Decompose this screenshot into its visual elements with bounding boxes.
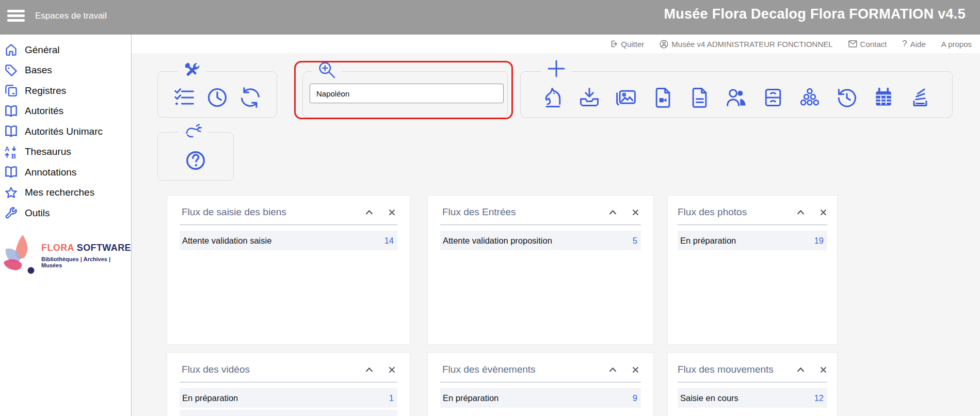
book-open-icon	[3, 124, 19, 138]
close-widget-button[interactable]	[631, 208, 640, 217]
sidebar-item-thesaurus[interactable]: AB Thesaurus	[0, 142, 131, 163]
gesture-icon	[179, 122, 208, 139]
flow-row[interactable]: Attente validation proposition 5	[440, 231, 641, 250]
close-widget-button[interactable]	[388, 365, 396, 374]
hamburger-menu-icon[interactable]	[4, 5, 28, 27]
flow-row[interactable]: En préparation 9	[440, 388, 641, 408]
user-circle-icon	[660, 40, 668, 49]
magnifier-plus-icon	[312, 60, 341, 79]
widget-flux-videos: Flux des vidéos En préparation 1 Attente…	[167, 353, 410, 416]
flow-row-count[interactable]: 1	[389, 393, 394, 403]
sidebar-item-autorites-unimarc[interactable]: Autorités Unimarc	[0, 121, 131, 142]
collapse-widget-button[interactable]	[608, 209, 618, 216]
widget-flux-entrees: Flux des Entrées Attente validation prop…	[427, 195, 654, 345]
sidebar-item-general[interactable]: Général	[0, 40, 131, 60]
wrench-icon	[3, 206, 19, 220]
sidebar-item-mes-recherches[interactable]: Mes recherches	[0, 183, 131, 203]
help-link[interactable]: ? Aide	[902, 39, 926, 49]
cluster-icon[interactable]	[798, 86, 821, 111]
collapse-widget-button[interactable]	[608, 366, 618, 373]
close-widget-button[interactable]	[388, 208, 396, 217]
users-icon[interactable]	[725, 86, 748, 111]
widget-title: Flux des mouvements	[678, 364, 796, 375]
clock-icon[interactable]	[206, 86, 229, 111]
quick-search-input[interactable]	[310, 84, 504, 103]
widget-flux-evenements: Flux des évènements En préparation 9	[427, 353, 654, 416]
utility-bar: Quitter Musée v4 ADMINISTRATEUR FONCTION…	[131, 35, 980, 53]
flow-row-count[interactable]: 12	[814, 393, 824, 403]
collapse-widget-button[interactable]	[796, 366, 806, 373]
stack-icon[interactable]	[909, 86, 931, 111]
file-video-icon[interactable]	[652, 86, 674, 111]
flow-row-label: Attente validation proposition	[443, 236, 633, 246]
brand-flora: FLORA	[41, 243, 74, 253]
sidebar-item-outils[interactable]: Outils	[0, 203, 131, 223]
app-title: Musée Flora Decalog Flora FORMATION v4.5	[664, 6, 966, 22]
flow-row-label: En préparation	[443, 393, 633, 403]
toolbar-group-help	[157, 132, 234, 181]
widget-flux-mouvements: Flux des mouvements Saisie en cours 12	[667, 353, 838, 416]
tag-icon	[3, 63, 19, 77]
brand-software: SOFTWARE	[77, 243, 131, 253]
plus-icon	[541, 58, 571, 79]
close-widget-button[interactable]	[631, 365, 640, 374]
widget-title: Flux des vidéos	[182, 364, 364, 375]
book-open-icon	[3, 104, 19, 118]
close-widget-button[interactable]	[819, 208, 828, 217]
flora-flower-icon	[3, 233, 37, 278]
tools-icon	[178, 60, 206, 79]
flow-row-count[interactable]: 5	[633, 236, 637, 246]
file-text-icon[interactable]	[688, 86, 711, 111]
sidebar-item-bases[interactable]: Bases	[0, 60, 131, 81]
calendar-icon[interactable]	[872, 86, 895, 111]
circle-question-icon[interactable]	[184, 149, 207, 174]
question-mark-icon: ?	[902, 39, 907, 49]
flow-row-count[interactable]: 9	[633, 393, 637, 403]
widget-title: Flux des évènements	[442, 364, 608, 375]
flow-row[interactable]: En préparation 1	[180, 388, 397, 408]
refresh-icon[interactable]	[239, 86, 262, 111]
collapse-widget-button[interactable]	[364, 209, 374, 216]
toolbar-group-create	[520, 71, 953, 118]
widget-flux-photos: Flux des photos En préparation 19	[667, 195, 838, 345]
sort-alpha-icon: AB	[3, 145, 19, 159]
sidebar-item-autorites[interactable]: Autorités	[0, 101, 131, 122]
history-icon[interactable]	[836, 86, 858, 111]
svg-text:A: A	[5, 146, 9, 153]
collapse-widget-button[interactable]	[364, 366, 374, 373]
toolbar-group-search	[302, 71, 508, 118]
home-icon	[3, 43, 19, 57]
widget-title: Flux des photos	[678, 206, 796, 218]
sidebar-item-registres[interactable]: Registres	[0, 81, 131, 101]
sidebar-item-annotations[interactable]: Annotations	[0, 162, 131, 183]
chess-knight-icon[interactable]	[541, 86, 564, 111]
widget-title: Flux des Entrées	[442, 206, 608, 218]
svg-text:B: B	[11, 153, 16, 159]
flow-row-count[interactable]: 14	[384, 236, 394, 246]
star-icon	[3, 186, 19, 200]
flow-row[interactable]: En préparation 19	[678, 231, 827, 250]
logout-icon	[609, 40, 618, 48]
flow-row[interactable]: Saisie en cours 12	[678, 388, 827, 408]
registers-icon	[3, 84, 19, 98]
toolbar-group-tasks	[157, 71, 277, 118]
brand-tagline: Bibliothèques | Archives | Musées	[41, 256, 131, 268]
flow-row[interactable]: Attente validation saisie 14	[180, 231, 397, 250]
drawer-icon[interactable]	[762, 86, 784, 111]
collapse-widget-button[interactable]	[796, 209, 806, 216]
flow-row-label: Saisie en cours	[680, 393, 814, 403]
flow-row-count[interactable]: 19	[814, 236, 824, 246]
top-bar: Espaces de travail Musée Flora Decalog F…	[0, 0, 980, 35]
current-user[interactable]: Musée v4 ADMINISTRATEUR FONCTIONNEL	[660, 40, 832, 49]
widget-flux-saisie-biens: Flux de saisie des biens Attente validat…	[167, 195, 410, 345]
widget-title: Flux de saisie des biens	[182, 206, 364, 218]
images-icon[interactable]	[615, 86, 637, 111]
close-widget-button[interactable]	[819, 365, 828, 374]
flow-row[interactable]: Attente validation	[180, 410, 397, 416]
about-link[interactable]: A propos	[941, 40, 972, 49]
download-tray-icon[interactable]	[578, 86, 601, 111]
book-open-icon	[3, 165, 19, 179]
quit-button[interactable]: Quitter	[609, 40, 644, 49]
list-check-icon[interactable]	[173, 86, 196, 111]
contact-link[interactable]: Contact	[848, 40, 887, 49]
